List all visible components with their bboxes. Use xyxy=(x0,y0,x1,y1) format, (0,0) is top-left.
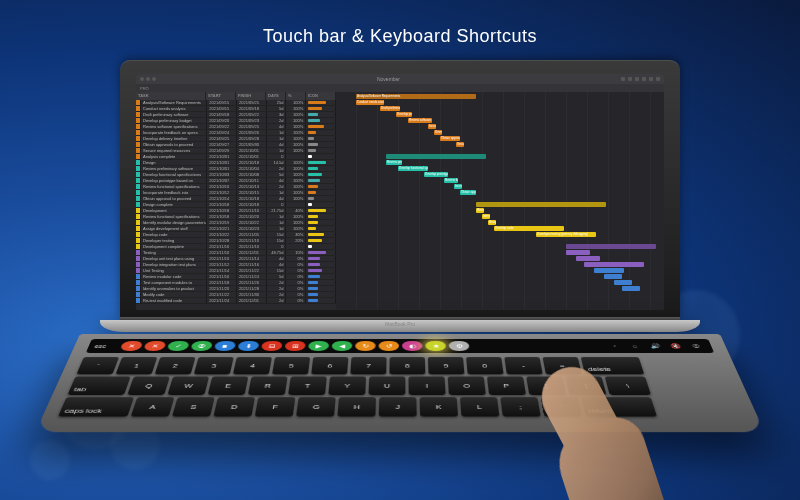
gantt-bar[interactable] xyxy=(566,250,590,255)
gantt-bar[interactable]: Secure required resources xyxy=(456,142,464,147)
gantt-bar[interactable]: Review preliminary software specificatio… xyxy=(386,160,402,165)
gantt-bar[interactable]: Develop functional specifications xyxy=(398,166,428,171)
touchbar-button[interactable]: ↺ xyxy=(378,341,398,351)
key-0[interactable]: 0 xyxy=(466,357,504,374)
col-days[interactable]: DAYS xyxy=(266,92,286,100)
gantt-bar[interactable] xyxy=(594,268,624,273)
key-g[interactable]: G xyxy=(296,397,336,416)
gantt-bar[interactable]: Obtain approvals to proceed (concept, ti… xyxy=(440,136,460,141)
key-\[interactable]: \ xyxy=(605,376,651,394)
gantt-bar[interactable] xyxy=(566,244,656,249)
gantt-bar[interactable]: Review functional specifications xyxy=(444,178,458,183)
key-4[interactable]: 4 xyxy=(233,357,272,374)
key-a[interactable]: A xyxy=(131,397,175,416)
gantt-bar[interactable]: Obtain approval to proceed xyxy=(460,190,476,195)
key-3[interactable]: 3 xyxy=(194,357,234,374)
gantt-bar[interactable]: Develop delivery timeline xyxy=(434,130,442,135)
touchbar-button[interactable]: ★ xyxy=(425,341,446,351)
key-caps lock[interactable]: caps lock xyxy=(58,397,134,416)
touchbar[interactable]: esc ✕✕✓⦿■⬇⊟⊞▶◀↻↺◐★⚙ ‹☼🔊🔇⦿ xyxy=(86,339,715,353)
touchbar-system-icon[interactable]: 🔇 xyxy=(665,341,687,350)
key-delete[interactable]: delete xyxy=(581,357,645,374)
key-r[interactable]: R xyxy=(248,376,288,394)
touchbar-button[interactable]: ⊟ xyxy=(261,341,283,351)
col-icon[interactable]: ICON xyxy=(306,92,336,100)
key-w[interactable]: W xyxy=(167,376,209,394)
key-s[interactable]: S xyxy=(172,397,215,416)
key-2[interactable]: 2 xyxy=(155,357,196,374)
gantt-bar[interactable]: Incorporate feedback on software specifi… xyxy=(428,124,436,129)
key-=[interactable]: = xyxy=(542,357,581,374)
touchbar-system-icon[interactable]: ☼ xyxy=(624,341,645,350)
gantt-bar[interactable] xyxy=(576,256,600,261)
toolbar-icons[interactable] xyxy=(621,77,660,81)
gantt-bar[interactable]: Review software specifications/budget wi… xyxy=(408,118,432,123)
gantt-bar[interactable] xyxy=(604,274,622,279)
touchbar-button[interactable]: ◀ xyxy=(331,341,352,351)
touchbar-button[interactable]: ■ xyxy=(214,341,237,351)
gantt-bar[interactable]: Review functional specifications xyxy=(476,208,484,213)
key-'[interactable]: ' xyxy=(541,397,583,416)
key-5[interactable]: 5 xyxy=(272,357,310,374)
touchbar-system-icon[interactable]: 🔊 xyxy=(645,341,666,350)
key-t[interactable]: T xyxy=(288,376,327,394)
key-p[interactable]: P xyxy=(487,376,526,394)
key-][interactable]: ] xyxy=(565,376,606,394)
gantt-bar[interactable] xyxy=(584,262,644,267)
gantt-bar[interactable]: Conduct needs analysis xyxy=(356,100,384,105)
col-finish[interactable]: FINISH xyxy=(236,92,266,100)
gantt-bar[interactable] xyxy=(622,286,640,291)
touchbar-button[interactable]: ▶ xyxy=(308,341,329,351)
key-tab[interactable]: tab xyxy=(68,376,131,394)
key-e[interactable]: E xyxy=(208,376,249,394)
touchbar-button[interactable]: ⚙ xyxy=(448,341,469,351)
key-k[interactable]: K xyxy=(420,397,458,416)
touchbar-button[interactable]: ✕ xyxy=(119,341,143,351)
key-;[interactable]: ; xyxy=(500,397,541,416)
gantt-bar[interactable]: Analysis/Software Requirements xyxy=(356,94,476,99)
gantt-bar[interactable]: Identify modular/tiered design parameter… xyxy=(482,214,490,219)
key-6[interactable]: 6 xyxy=(311,357,348,374)
touchbar-button[interactable]: ⊞ xyxy=(284,341,306,351)
task-row[interactable]: Re-test modified code 2021/11/24 2021/12… xyxy=(136,298,336,304)
gantt-bar[interactable] xyxy=(386,154,486,159)
key-l[interactable]: L xyxy=(460,397,500,416)
key--[interactable]: - xyxy=(504,357,542,374)
key-[[interactable]: [ xyxy=(526,376,566,394)
key-o[interactable]: O xyxy=(448,376,486,394)
touchbar-system-icon[interactable]: ‹ xyxy=(604,341,625,350)
gantt-bar[interactable] xyxy=(614,280,632,285)
key-8[interactable]: 8 xyxy=(389,357,425,374)
touchbar-button[interactable]: ✕ xyxy=(143,341,167,351)
key-d[interactable]: D xyxy=(213,397,255,416)
gantt-bar[interactable]: Develop preliminary budget xyxy=(396,112,412,117)
gantt-chart[interactable]: Analysis/Software RequirementsConduct ne… xyxy=(336,92,664,310)
touchbar-button[interactable]: ⬇ xyxy=(237,341,259,351)
key-j[interactable]: J xyxy=(379,397,417,416)
keyboard[interactable]: `1234567890-=deletetabQWERTYUIOP[]\caps … xyxy=(58,357,742,417)
gantt-bar[interactable]: Assign development staff xyxy=(488,220,496,225)
key-`[interactable]: ` xyxy=(76,357,119,374)
gantt-bar[interactable] xyxy=(476,202,606,207)
key-h[interactable]: H xyxy=(337,397,376,416)
touchbar-esc[interactable]: esc xyxy=(94,344,120,348)
key-1[interactable]: 1 xyxy=(116,357,158,374)
gantt-bar[interactable]: Develop code xyxy=(494,226,564,231)
gantt-bar[interactable]: Draft preliminary software specification… xyxy=(380,106,400,111)
touchbar-button[interactable]: ◐ xyxy=(402,341,423,351)
key-u[interactable]: U xyxy=(368,376,405,394)
col-pct[interactable]: % xyxy=(286,92,306,100)
key-return[interactable]: return xyxy=(581,397,657,416)
gantt-bar[interactable]: Incorporate feedback into functional spe… xyxy=(454,184,462,189)
gantt-bar[interactable]: Develop prototype based on functional sp… xyxy=(424,172,448,177)
key-q[interactable]: Q xyxy=(127,376,170,394)
key-i[interactable]: I xyxy=(408,376,445,394)
key-y[interactable]: Y xyxy=(328,376,366,394)
key-7[interactable]: 7 xyxy=(350,357,386,374)
key-9[interactable]: 9 xyxy=(428,357,465,374)
traffic-lights[interactable] xyxy=(140,77,156,81)
gantt-bar[interactable]: Developer testing (primary debugging) xyxy=(536,232,596,237)
col-task[interactable]: TASK xyxy=(136,92,206,100)
key-f[interactable]: F xyxy=(255,397,296,416)
touchbar-button[interactable]: ⦿ xyxy=(190,341,213,351)
